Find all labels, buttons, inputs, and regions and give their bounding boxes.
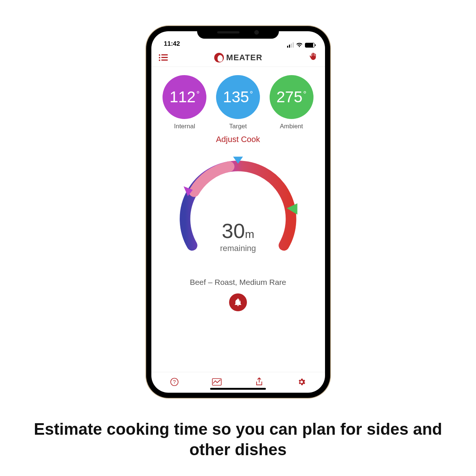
- ambient-label: Ambient: [270, 123, 313, 130]
- cook-description: Beef – Roast, Medium Rare: [163, 278, 314, 287]
- marketing-caption: Estimate cooking time so you can plan fo…: [33, 419, 443, 460]
- cellular-icon: [287, 42, 294, 48]
- app-logo: MEATER: [214, 53, 262, 62]
- menu-button[interactable]: [159, 53, 168, 62]
- bell-icon: 1: [234, 298, 242, 307]
- time-remaining: 30m: [151, 219, 325, 243]
- settings-button[interactable]: [296, 377, 307, 388]
- target-temp[interactable]: 135° Target: [216, 75, 260, 130]
- share-button[interactable]: [254, 377, 264, 388]
- help-icon: ?: [170, 377, 179, 386]
- help-button[interactable]: ?: [169, 377, 180, 388]
- adjust-cook-button[interactable]: Adjust Cook: [151, 135, 325, 144]
- graph-button[interactable]: [212, 377, 222, 388]
- battery-icon: [305, 43, 315, 48]
- internal-temp[interactable]: 112° Internal: [163, 75, 206, 130]
- app-screen: 11:42 MEATER 112° I: [151, 31, 325, 393]
- svg-text:1: 1: [239, 299, 241, 302]
- target-label: Target: [216, 123, 260, 130]
- hand-icon: [309, 52, 317, 61]
- phone-notch: [197, 26, 279, 39]
- gauge-center: 30m remaining: [151, 219, 325, 253]
- wifi-icon: [296, 42, 303, 48]
- brand-name: MEATER: [226, 53, 262, 62]
- status-icons: [287, 42, 315, 48]
- home-indicator[interactable]: [210, 388, 266, 390]
- graph-icon: [212, 377, 222, 386]
- internal-label: Internal: [163, 123, 206, 130]
- alerts-button[interactable]: 1: [229, 293, 247, 311]
- share-icon: [255, 377, 263, 387]
- status-time: 11:42: [164, 40, 180, 48]
- time-remaining-label: remaining: [151, 244, 325, 253]
- app-header: MEATER: [151, 48, 325, 67]
- temperature-row: 112° Internal 135° Target 275° Ambient: [151, 67, 325, 132]
- ambient-temp[interactable]: 275° Ambient: [270, 75, 313, 130]
- gauge-area: 30m remaining Beef – Roast, Medium Rare …: [151, 144, 325, 372]
- gear-icon: [297, 377, 306, 386]
- stop-hand-button[interactable]: [309, 52, 317, 63]
- svg-text:?: ?: [173, 379, 176, 385]
- flame-icon: [214, 53, 224, 62]
- phone-frame: 11:42 MEATER 112° I: [146, 26, 330, 398]
